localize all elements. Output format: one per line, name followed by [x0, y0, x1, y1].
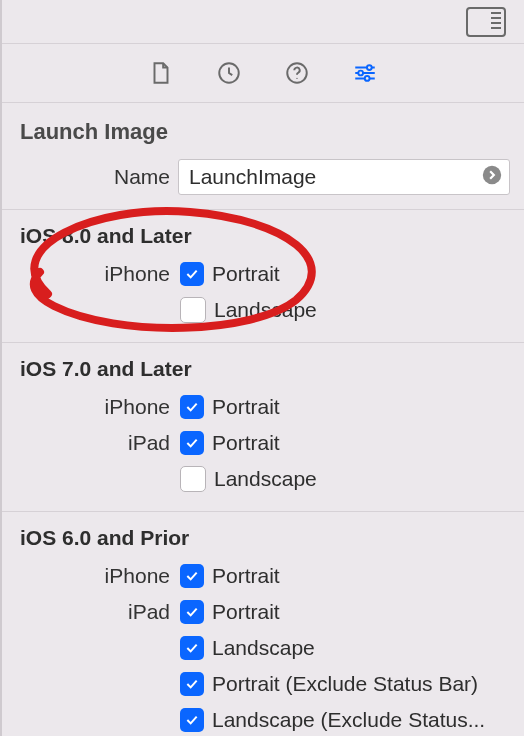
file-tab-icon[interactable] — [148, 60, 174, 86]
option-label: Landscape — [212, 636, 315, 660]
svg-point-2 — [296, 78, 297, 79]
option-label: Portrait — [212, 431, 280, 455]
group-title: iOS 6.0 and Prior — [2, 526, 524, 558]
device-label: iPhone — [2, 262, 180, 286]
group: iOS 6.0 and PrioriPhonePortraitiPadPortr… — [2, 512, 524, 736]
checkbox[interactable] — [180, 431, 204, 455]
svg-point-3 — [367, 65, 372, 70]
section-title: Launch Image — [2, 103, 524, 159]
help-tab-icon[interactable] — [284, 60, 310, 86]
attributes-tab-icon[interactable] — [352, 60, 378, 86]
option-row: iPhonePortrait — [2, 558, 524, 594]
svg-point-6 — [483, 165, 501, 183]
group: iOS 7.0 and LateriPhonePortraitiPadPortr… — [2, 343, 524, 512]
option-row: Landscape — [2, 461, 524, 497]
option-label: Landscape (Exclude Status... — [212, 708, 485, 732]
name-label: Name — [2, 165, 178, 189]
option-row: Landscape — [2, 292, 524, 328]
checkbox[interactable] — [180, 672, 204, 696]
checkbox[interactable] — [180, 466, 206, 492]
name-input[interactable] — [187, 164, 481, 190]
checkbox[interactable] — [180, 636, 204, 660]
option-row: Landscape — [2, 630, 524, 666]
checkbox[interactable] — [180, 395, 204, 419]
option-label: Portrait — [212, 600, 280, 624]
name-field-container — [178, 159, 510, 195]
option-label: Portrait — [212, 395, 280, 419]
option-label: Landscape — [214, 467, 317, 491]
option-label: Portrait (Exclude Status Bar) — [212, 672, 478, 696]
device-label: iPad — [2, 431, 180, 455]
option-row: iPhonePortrait — [2, 256, 524, 292]
go-arrow-icon[interactable] — [481, 164, 503, 191]
option-label: Landscape — [214, 298, 317, 322]
checkbox[interactable] — [180, 708, 204, 732]
option-label: Portrait — [212, 564, 280, 588]
group-title: iOS 7.0 and Later — [2, 357, 524, 389]
checkbox[interactable] — [180, 564, 204, 588]
device-label: iPad — [2, 600, 180, 624]
inspector-tabbar — [2, 44, 524, 103]
toggle-right-panel-button[interactable] — [466, 7, 506, 37]
checkbox[interactable] — [180, 262, 204, 286]
history-tab-icon[interactable] — [216, 60, 242, 86]
device-label: iPhone — [2, 395, 180, 419]
window-toolbar — [2, 0, 524, 44]
name-row: Name — [2, 159, 524, 210]
checkbox[interactable] — [180, 297, 206, 323]
option-row: iPadPortrait — [2, 594, 524, 630]
option-row: Landscape (Exclude Status... — [2, 702, 524, 736]
option-label: Portrait — [212, 262, 280, 286]
groups-container: iOS 8.0 and LateriPhonePortraitLandscape… — [2, 210, 524, 736]
checkbox[interactable] — [180, 600, 204, 624]
option-row: iPadPortrait — [2, 425, 524, 461]
option-row: iPhonePortrait — [2, 389, 524, 425]
svg-point-5 — [365, 76, 370, 81]
option-row: Portrait (Exclude Status Bar) — [2, 666, 524, 702]
device-label: iPhone — [2, 564, 180, 588]
group: iOS 8.0 and LateriPhonePortraitLandscape — [2, 210, 524, 343]
group-title: iOS 8.0 and Later — [2, 224, 524, 256]
svg-point-4 — [358, 71, 363, 76]
